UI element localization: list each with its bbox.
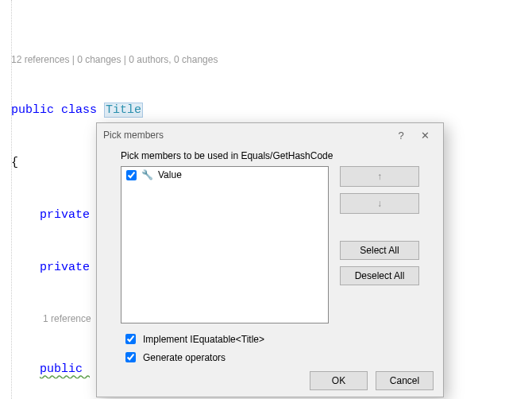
implement-iequatable-option[interactable]: Implement IEquatable<Title> [122, 331, 430, 347]
member-label: Value [158, 169, 182, 180]
select-all-button[interactable]: Select All [340, 241, 419, 260]
implement-iequatable-checkbox[interactable] [125, 334, 136, 344]
cancel-button[interactable]: Cancel [376, 371, 434, 390]
move-down-button[interactable]: ↓ [340, 193, 419, 214]
codelens-top[interactable]: 12 references | 0 changes | 0 authors, 0… [6, 52, 532, 67]
member-checkbox[interactable] [126, 170, 137, 180]
dialog-title: Pick members [103, 130, 164, 141]
close-icon[interactable]: ✕ [413, 130, 437, 141]
help-icon[interactable]: ? [389, 130, 413, 141]
pick-members-dialog: Pick members ? ✕ Pick members to be used… [96, 122, 444, 397]
property-icon: 🔧 [141, 169, 153, 180]
code-line: public class Title [6, 102, 532, 119]
ok-button[interactable]: OK [310, 371, 368, 390]
deselect-all-button[interactable]: Deselect All [340, 266, 419, 285]
class-name-declaration[interactable]: Title [104, 103, 143, 118]
dialog-prompt: Pick members to be used in Equals/GetHas… [121, 150, 430, 161]
member-item[interactable]: 🔧 Value [126, 169, 323, 180]
generate-operators-option[interactable]: Generate operators [122, 350, 430, 365]
members-listbox[interactable]: 🔧 Value [121, 166, 329, 323]
dialog-titlebar[interactable]: Pick members ? ✕ [97, 123, 443, 147]
move-up-button[interactable]: ↑ [340, 166, 419, 187]
generate-operators-checkbox[interactable] [125, 352, 136, 362]
